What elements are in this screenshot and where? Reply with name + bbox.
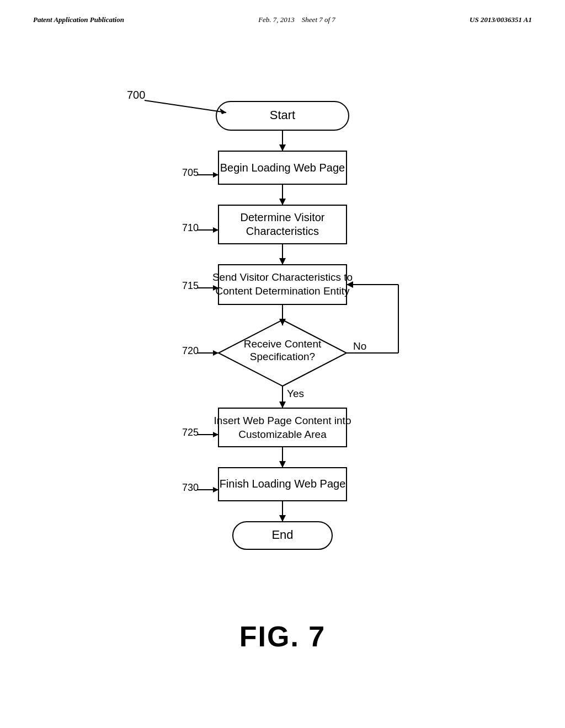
svg-marker-33 — [279, 461, 286, 468]
no-label: No — [353, 340, 366, 352]
diagram-id-label: 700 — [127, 89, 145, 101]
node-730-label: Finish Loading Web Page — [220, 478, 346, 490]
svg-marker-6 — [213, 172, 218, 178]
header-patent-number: US 2013/0036351 A1 — [470, 15, 532, 24]
diagram-area: 700 Start 705 Begin Loading Web Page 710… — [0, 24, 565, 653]
svg-marker-14 — [279, 258, 286, 265]
ref-710: 710 — [182, 222, 199, 233]
svg-marker-4 — [279, 144, 286, 151]
header-publication: Patent Application Publication — [33, 15, 124, 24]
node-710-label-1: Determine Visitor — [240, 211, 324, 223]
node-715-label-1: Send Visitor Characteristics to — [212, 271, 353, 283]
ref-730: 730 — [182, 482, 199, 493]
page-header: Patent Application Publication Feb. 7, 2… — [0, 0, 565, 24]
node-725-label-1: Insert Web Page Content into — [214, 415, 351, 426]
node-710-label-2: Characteristics — [246, 225, 319, 237]
svg-marker-30 — [213, 432, 218, 437]
svg-marker-38 — [279, 515, 286, 522]
node-720-label-1: Receive Content — [244, 338, 322, 350]
svg-rect-31 — [218, 408, 347, 447]
svg-marker-28 — [279, 402, 286, 408]
ref-715: 715 — [182, 280, 199, 291]
svg-marker-9 — [279, 199, 286, 205]
ref-720: 720 — [182, 345, 199, 356]
svg-marker-35 — [213, 487, 218, 493]
ref-725: 725 — [182, 427, 199, 438]
svg-marker-11 — [213, 227, 218, 233]
node-725-label-2: Customizable Area — [238, 429, 327, 440]
node-720-label-2: Specification? — [250, 351, 315, 362]
flowchart-svg: 700 Start 705 Begin Loading Web Page 710… — [89, 35, 476, 614]
start-label: Start — [270, 108, 295, 122]
figure-label: FIG. 7 — [0, 620, 565, 653]
ref-705: 705 — [182, 167, 199, 178]
svg-rect-17 — [218, 265, 347, 304]
end-label: End — [271, 528, 293, 542]
header-date-sheet: Feb. 7, 2013 Sheet 7 of 7 — [258, 15, 335, 24]
yes-label: Yes — [287, 388, 304, 399]
node-715-label-2: Content Determination Entity — [216, 285, 350, 297]
node-705-label: Begin Loading Web Page — [220, 162, 345, 174]
svg-line-0 — [145, 100, 226, 113]
